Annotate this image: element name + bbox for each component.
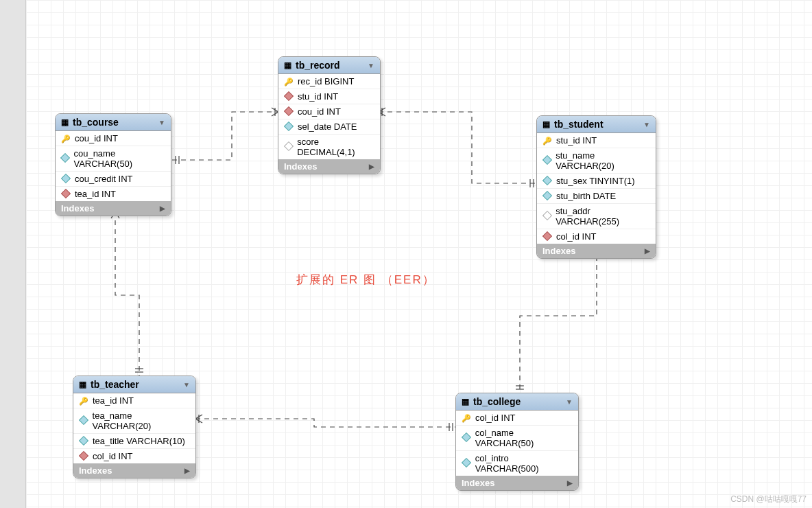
entity-header[interactable]: ▦ tb_student ▼	[537, 116, 656, 133]
entity-title: tb_record	[296, 60, 340, 71]
chevron-right-icon: ▶	[369, 163, 374, 170]
entity-header[interactable]: ▦ tb_course ▼	[56, 114, 171, 131]
column-row: col_id INT	[456, 411, 578, 426]
indexes-section[interactable]: Indexes▶	[537, 244, 656, 258]
entity-tb-teacher[interactable]: ▦ tb_teacher ▼ tea_id INT tea_name VARCH…	[73, 376, 196, 478]
diamond-icon	[542, 155, 552, 165]
chevron-down-icon: ▼	[643, 121, 650, 128]
diamond-icon	[542, 211, 551, 220]
table-icon: ▦	[284, 60, 291, 70]
entity-title: tb_teacher	[91, 379, 139, 390]
diamond-icon	[284, 121, 294, 130]
column-row: score DECIMAL(4,1)	[278, 135, 380, 159]
key-icon	[462, 413, 471, 423]
chevron-down-icon: ▼	[158, 119, 165, 126]
fk-icon	[284, 91, 294, 100]
column-row: tea_title VARCHAR(10)	[73, 434, 195, 449]
entity-title: tb_college	[473, 396, 521, 407]
column-row: tea_id INT	[73, 393, 195, 408]
chevron-down-icon: ▼	[368, 62, 374, 69]
table-icon: ▦	[462, 397, 469, 406]
column-row: col_intro VARCHAR(500)	[456, 451, 578, 476]
diamond-icon	[79, 415, 88, 425]
key-icon	[542, 136, 552, 146]
fk-icon	[61, 188, 71, 198]
diamond-icon	[284, 141, 294, 151]
column-row: cou_credit INT	[56, 172, 171, 187]
column-row: col_id INT	[537, 229, 656, 244]
fk-icon	[79, 450, 88, 460]
fk-icon	[542, 231, 552, 240]
column-row: sel_date DATE	[278, 119, 380, 135]
column-row: cou_id INT	[56, 131, 171, 146]
table-icon: ▦	[61, 117, 69, 127]
chevron-right-icon: ▶	[567, 479, 573, 487]
column-row: stu_id INT	[537, 133, 656, 148]
entity-tb-course[interactable]: ▦ tb_course ▼ cou_id INT cou_name VARCHA…	[55, 113, 171, 216]
chevron-down-icon: ▼	[183, 381, 190, 389]
column-row: stu_birth DATE	[537, 189, 656, 204]
column-row: stu_name VARCHAR(20)	[537, 148, 656, 174]
key-icon	[61, 134, 71, 143]
column-row: stu_id INT	[278, 89, 380, 104]
diamond-icon	[542, 190, 552, 200]
column-row: col_id INT	[73, 449, 195, 463]
column-row: tea_id INT	[56, 187, 171, 201]
table-icon: ▦	[79, 380, 86, 389]
diamond-icon	[462, 458, 471, 467]
indexes-section[interactable]: Indexes▶	[278, 159, 380, 174]
key-icon	[79, 396, 88, 406]
chevron-right-icon: ▶	[160, 205, 165, 212]
entity-title: tb_student	[554, 119, 604, 130]
diamond-icon	[462, 432, 471, 442]
diamond-icon	[60, 153, 70, 163]
column-row: rec_id BIGINT	[278, 74, 380, 89]
diamond-icon	[61, 173, 71, 183]
indexes-section[interactable]: Indexes▶	[56, 201, 171, 216]
entity-title: tb_course	[73, 117, 119, 128]
chevron-right-icon: ▶	[645, 247, 650, 255]
entity-body: stu_id INT stu_name VARCHAR(20) stu_sex …	[537, 133, 656, 244]
entity-body: cou_id INT cou_name VARCHAR(50) cou_cred…	[56, 131, 171, 201]
entity-header[interactable]: ▦ tb_college ▼	[456, 393, 578, 411]
entity-header[interactable]: ▦ tb_record ▼	[278, 57, 380, 74]
entity-body: tea_id INT tea_name VARCHAR(20) tea_titl…	[73, 393, 195, 463]
entity-tb-record[interactable]: ▦ tb_record ▼ rec_id BIGINT stu_id INT c…	[278, 56, 381, 174]
watermark: CSDN @咕咕嘎嘎77	[730, 494, 807, 505]
diamond-icon	[542, 175, 552, 185]
fk-icon	[284, 106, 294, 115]
key-icon	[284, 77, 294, 86]
entity-body: rec_id BIGINT stu_id INT cou_id INT sel_…	[278, 74, 380, 159]
chevron-down-icon: ▼	[566, 398, 573, 406]
column-row: tea_name VARCHAR(20)	[73, 408, 195, 434]
entity-tb-student[interactable]: ▦ tb_student ▼ stu_id INT stu_name VARCH…	[536, 115, 656, 259]
indexes-section[interactable]: Indexes▶	[456, 476, 578, 490]
column-row: col_name VARCHAR(50)	[456, 426, 578, 451]
table-icon: ▦	[542, 119, 550, 129]
entity-tb-college[interactable]: ▦ tb_college ▼ col_id INT col_name VARCH…	[455, 393, 579, 491]
column-row: stu_addr VARCHAR(255)	[537, 204, 656, 229]
column-row: cou_id INT	[278, 104, 380, 119]
entity-body: col_id INT col_name VARCHAR(50) col_intr…	[456, 411, 578, 476]
column-row: stu_sex TINYINT(1)	[537, 174, 656, 189]
left-gutter	[0, 0, 26, 508]
chevron-right-icon: ▶	[184, 467, 190, 474]
indexes-section[interactable]: Indexes▶	[73, 463, 195, 478]
diamond-icon	[79, 435, 88, 445]
annotation-text: 扩展的 ER 图 （EER）	[296, 272, 435, 288]
entity-header[interactable]: ▦ tb_teacher ▼	[73, 376, 195, 393]
column-row: cou_name VARCHAR(50)	[56, 146, 171, 172]
